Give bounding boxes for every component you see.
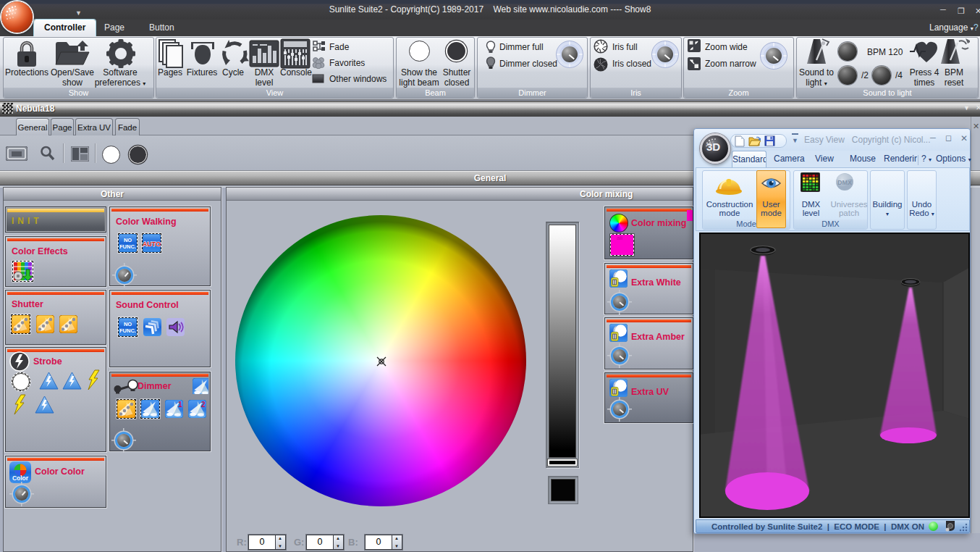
svg-text:1: 1 (178, 401, 182, 409)
svg-text:Color: Color (12, 474, 29, 482)
svg-text:DMX: DMX (837, 179, 852, 186)
svg-text:2: 2 (201, 401, 206, 409)
